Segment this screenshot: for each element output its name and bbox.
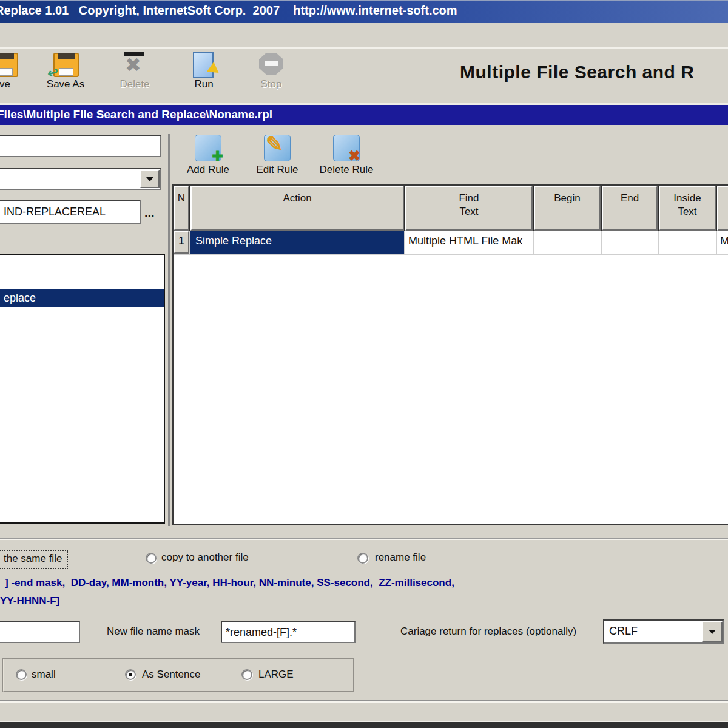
- cell-extra: Mu: [717, 231, 728, 254]
- app-window: Replace 1.01 Copyright, InternetSoft Cor…: [0, 0, 728, 728]
- large-radio-label[interactable]: LARGE: [258, 669, 294, 681]
- save-as-button-label: Save As: [39, 78, 92, 90]
- rules-table: N Action Find Text Begin End Inside Text…: [172, 184, 728, 525]
- listbox-item-label: eplace: [4, 292, 36, 305]
- copy-to-another-file-radio[interactable]: [146, 553, 157, 564]
- rename-file-label[interactable]: rename file: [375, 551, 426, 564]
- cell-n: 1: [174, 231, 189, 254]
- add-rule-button[interactable]: ✚ Add Rule: [182, 135, 234, 181]
- left-panel-input-top[interactable]: [0, 135, 161, 157]
- bottom-panel-divider-highlight: [0, 539, 728, 540]
- delete-rule-button[interactable]: ✖ Delete Rule: [314, 135, 379, 181]
- run-button-label: Run: [183, 78, 224, 90]
- panel-divider: [168, 134, 170, 526]
- new-file-name-mask-input[interactable]: [221, 621, 356, 643]
- cell-find-text: Multiple HTML File Mak: [405, 231, 533, 254]
- case-groupbox: small As Sentence LARGE: [2, 658, 354, 692]
- status-bar-divider-highlight: [0, 701, 728, 703]
- cell-inside-text: [659, 231, 716, 254]
- browse-button[interactable]: ...: [144, 206, 155, 220]
- app-title: Multiple File Search and R: [460, 62, 728, 90]
- column-header-end: End: [602, 186, 658, 231]
- title-bar[interactable]: Replace 1.01 Copyright, InternetSoft Cor…: [0, 0, 728, 23]
- new-file-name-mask-label: New file name mask: [107, 625, 200, 638]
- save-as-icon: ↩: [52, 52, 79, 77]
- column-header-inside-text: Inside Text: [659, 186, 716, 231]
- column-header-action: Action: [190, 186, 404, 231]
- rename-file-radio[interactable]: [357, 553, 368, 564]
- stop-button: Stop: [248, 52, 295, 98]
- left-panel-combo-dropdown-button[interactable]: [140, 170, 160, 188]
- bottom-left-input[interactable]: [0, 621, 80, 643]
- add-rule-icon: ✚: [195, 135, 221, 161]
- title-bar-text: Replace 1.01 Copyright, InternetSoft Cor…: [0, 4, 457, 18]
- table-row[interactable]: 1 Simple Replace Multiple HTML File Mak …: [174, 231, 728, 255]
- copy-to-another-file-label[interactable]: copy to another file: [161, 551, 249, 564]
- column-header-extra: [717, 186, 728, 231]
- column-header-n: N: [174, 186, 189, 231]
- run-icon: [190, 52, 217, 77]
- left-panel-mask-input[interactable]: [0, 200, 141, 224]
- rules-table-header: N Action Find Text Begin End Inside Text: [174, 186, 728, 231]
- delete-button-label: Delete: [107, 78, 163, 90]
- path-bar: Files\Multiple File Search and Replace\N…: [0, 105, 728, 125]
- mask-hint-line2: YY-HHNN-F]: [0, 595, 59, 607]
- save-as-button[interactable]: ↩ Save As: [39, 52, 92, 98]
- small-radio-label[interactable]: small: [32, 669, 56, 681]
- stop-button-label: Stop: [248, 78, 295, 90]
- carriage-return-dropdown-button[interactable]: [702, 621, 723, 642]
- add-rule-label: Add Rule: [182, 164, 234, 176]
- delete-button: ✖ Delete: [107, 52, 163, 98]
- chevron-down-icon: [146, 177, 153, 181]
- small-radio[interactable]: [16, 669, 27, 680]
- edit-rule-icon: ✎: [264, 135, 291, 161]
- chevron-down-icon: [709, 630, 716, 634]
- delete-icon: ✖: [121, 52, 148, 77]
- save-icon: [0, 52, 18, 77]
- large-radio[interactable]: [241, 669, 252, 680]
- column-header-begin: Begin: [534, 186, 601, 231]
- carriage-return-combo[interactable]: CRLF: [603, 619, 724, 644]
- stop-icon: [258, 52, 285, 77]
- cell-end: [602, 231, 658, 254]
- current-file-path: Files\Multiple File Search and Replace\N…: [0, 108, 272, 121]
- edit-rule-button[interactable]: ✎ Edit Rule: [250, 135, 305, 181]
- listbox-item-simple-replace[interactable]: eplace: [0, 289, 164, 307]
- save-button-label: ve: [0, 78, 21, 90]
- as-sentence-radio-label[interactable]: As Sentence: [142, 669, 200, 681]
- window-bottom-edge: [0, 722, 728, 728]
- carriage-return-label: Cariage return for replaces (optionally): [400, 625, 576, 638]
- cell-action: Simple Replace: [190, 231, 404, 254]
- delete-rule-label: Delete Rule: [314, 164, 379, 176]
- cell-begin: [534, 231, 601, 254]
- rules-listbox[interactable]: eplace: [0, 254, 165, 524]
- save-button[interactable]: ve: [0, 52, 21, 98]
- left-panel-combo[interactable]: [0, 168, 161, 190]
- column-header-find-text: Find Text: [405, 186, 533, 231]
- mask-hint-line1: ] -end mask, DD-day, MM-month, YY-year, …: [5, 577, 454, 589]
- toolbar-divider: [0, 47, 728, 49]
- run-button[interactable]: Run: [183, 52, 224, 98]
- carriage-return-combo-value: CRLF: [609, 625, 638, 638]
- delete-rule-icon: ✖: [333, 135, 360, 161]
- as-sentence-radio[interactable]: [125, 669, 136, 680]
- edit-rule-label: Edit Rule: [250, 164, 305, 176]
- same-file-radio[interactable]: the same file: [0, 550, 68, 569]
